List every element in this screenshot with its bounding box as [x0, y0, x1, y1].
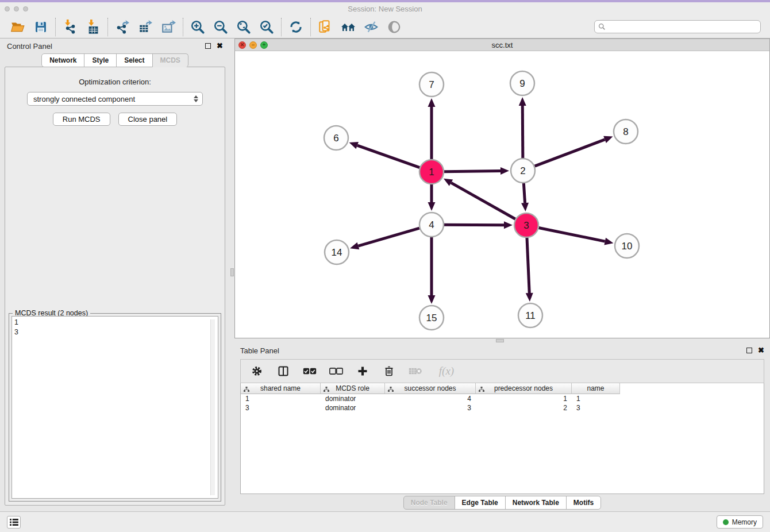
- main-area: Control Panel ✖ NetworkStyleSelectMCDS O…: [0, 38, 770, 511]
- function-builder-button[interactable]: f(x): [435, 364, 458, 378]
- select-all-button[interactable]: [303, 364, 317, 378]
- cell-name[interactable]: 1: [572, 394, 620, 403]
- zoom-in-icon: [190, 20, 205, 34]
- result-scrollbar[interactable]: [210, 319, 215, 495]
- graph-edge-3-1[interactable]: [444, 179, 515, 219]
- splitter-handle[interactable]: [496, 339, 504, 342]
- tab-network-table[interactable]: Network Table: [505, 496, 567, 510]
- graph-node-7[interactable]: 7: [419, 72, 444, 97]
- graph-edge-4-15[interactable]: [428, 237, 436, 304]
- graph-node-3[interactable]: 3: [514, 213, 538, 237]
- tab-edge-table[interactable]: Edge Table: [455, 496, 506, 510]
- cell-shared-name[interactable]: 1: [241, 394, 321, 403]
- graph-edge-1-2[interactable]: [444, 167, 509, 175]
- graph-edge-4-3[interactable]: [444, 221, 513, 229]
- graph-edge-3-10[interactable]: [539, 228, 614, 245]
- close-table-panel-icon[interactable]: ✖: [758, 348, 764, 353]
- export-image-button[interactable]: [159, 18, 178, 36]
- graph-edge-1-6[interactable]: [349, 142, 420, 168]
- export-network-button[interactable]: [113, 18, 132, 36]
- cell-MCDS-role[interactable]: dominator: [321, 403, 385, 413]
- table-row[interactable]: 3dominator323: [241, 403, 764, 413]
- graph-node-6[interactable]: 6: [324, 126, 348, 150]
- table-toolbar: f(x): [240, 359, 764, 383]
- svg-text:3: 3: [523, 220, 529, 231]
- close-panel-icon[interactable]: ✖: [217, 43, 223, 49]
- control-panel-tabs: NetworkStyleSelectMCDS: [0, 53, 230, 67]
- cell-predecessor-nodes[interactable]: 1: [476, 394, 572, 403]
- graph-node-15[interactable]: 15: [419, 306, 444, 330]
- float-panel-icon[interactable]: [205, 43, 211, 49]
- export-table-button[interactable]: [136, 18, 155, 36]
- open-session-button[interactable]: [8, 18, 28, 36]
- graph-edge-4-14[interactable]: [350, 228, 419, 249]
- graph-edge-3-11[interactable]: [526, 238, 533, 302]
- close-panel-button[interactable]: Close panel: [118, 113, 178, 126]
- column-header-name[interactable]: name: [572, 383, 620, 394]
- tab-node-table[interactable]: Node Table: [403, 496, 455, 510]
- zoom-fit-icon: [236, 20, 251, 34]
- graph-node-1[interactable]: 1: [419, 160, 444, 184]
- graph-node-4[interactable]: 4: [419, 213, 444, 237]
- graph-edge-2-9[interactable]: [519, 97, 526, 158]
- column-header-successor-nodes[interactable]: successor nodes: [385, 383, 476, 394]
- memory-button[interactable]: Memory: [717, 515, 763, 529]
- tab-select[interactable]: Select: [116, 53, 152, 67]
- graph-node-10[interactable]: 10: [615, 234, 639, 258]
- graph-edge-1-4[interactable]: [428, 184, 436, 211]
- zoom-out-button[interactable]: [211, 18, 230, 36]
- horizontal-splitter[interactable]: [234, 338, 770, 343]
- graph-node-11[interactable]: 11: [518, 303, 542, 327]
- cell-successor-nodes[interactable]: 3: [385, 403, 476, 413]
- cell-successor-nodes[interactable]: 4: [385, 394, 476, 403]
- float-table-panel-icon[interactable]: [746, 348, 752, 353]
- column-header-MCDS-role[interactable]: MCDS role: [321, 383, 385, 394]
- column-header-shared-name[interactable]: shared name: [241, 383, 321, 394]
- delete-rows-button[interactable]: [382, 364, 396, 378]
- add-row-button[interactable]: [356, 364, 369, 378]
- zoom-selected-button[interactable]: [257, 18, 276, 36]
- show-all-button[interactable]: [384, 18, 404, 36]
- cell-shared-name[interactable]: 3: [241, 403, 321, 413]
- cell-predecessor-nodes[interactable]: 2: [476, 403, 572, 413]
- refresh-view-button[interactable]: [286, 18, 306, 36]
- save-session-button[interactable]: [31, 18, 51, 36]
- hide-selected-button[interactable]: [361, 18, 381, 36]
- search-input[interactable]: [606, 23, 757, 31]
- table-settings-button[interactable]: [250, 364, 264, 378]
- splitter-handle[interactable]: [230, 268, 234, 276]
- tab-motifs[interactable]: Motifs: [566, 496, 601, 510]
- graph-node-8[interactable]: 8: [614, 119, 638, 144]
- graph-edge-2-8[interactable]: [535, 136, 613, 166]
- column-visibility-button[interactable]: [276, 364, 290, 378]
- cell-name[interactable]: 3: [572, 403, 620, 413]
- import-table-button[interactable]: [83, 18, 103, 36]
- table-row[interactable]: 1dominator411: [241, 394, 764, 403]
- mcds-result-list[interactable]: 13: [11, 316, 218, 499]
- cell-MCDS-role[interactable]: dominator: [321, 394, 385, 403]
- graph-edge-2-3[interactable]: [521, 183, 529, 211]
- vertical-splitter[interactable]: [230, 38, 234, 511]
- zoom-in-button[interactable]: [188, 18, 207, 36]
- tab-style[interactable]: Style: [84, 53, 117, 67]
- import-network-button[interactable]: [60, 18, 80, 36]
- network-canvas[interactable]: 1234678910111415: [234, 51, 770, 338]
- zoom-fit-button[interactable]: [234, 18, 253, 36]
- eye-slash-icon: [364, 20, 379, 34]
- graph-node-14[interactable]: 14: [325, 240, 349, 264]
- column-header-predecessor-nodes[interactable]: predecessor nodes: [476, 383, 572, 394]
- window-title: Session: New Session: [0, 5, 770, 13]
- deselect-all-button[interactable]: [329, 364, 343, 378]
- task-history-button[interactable]: [7, 516, 21, 529]
- tab-network[interactable]: Network: [41, 53, 84, 67]
- graph-node-2[interactable]: 2: [511, 159, 535, 183]
- first-neighbors-button[interactable]: [338, 18, 358, 36]
- optimization-criterion-dropdown[interactable]: strongly connected component: [27, 92, 203, 106]
- graph-node-9[interactable]: 9: [510, 71, 534, 95]
- delete-table-button[interactable]: [409, 364, 422, 378]
- run-mcds-button[interactable]: Run MCDS: [53, 113, 110, 126]
- network-graph[interactable]: 1234678910111415: [235, 51, 769, 338]
- duplicate-network-button[interactable]: [315, 18, 335, 36]
- tab-mcds[interactable]: MCDS: [152, 53, 188, 67]
- graph-edge-1-7[interactable]: [428, 98, 436, 159]
